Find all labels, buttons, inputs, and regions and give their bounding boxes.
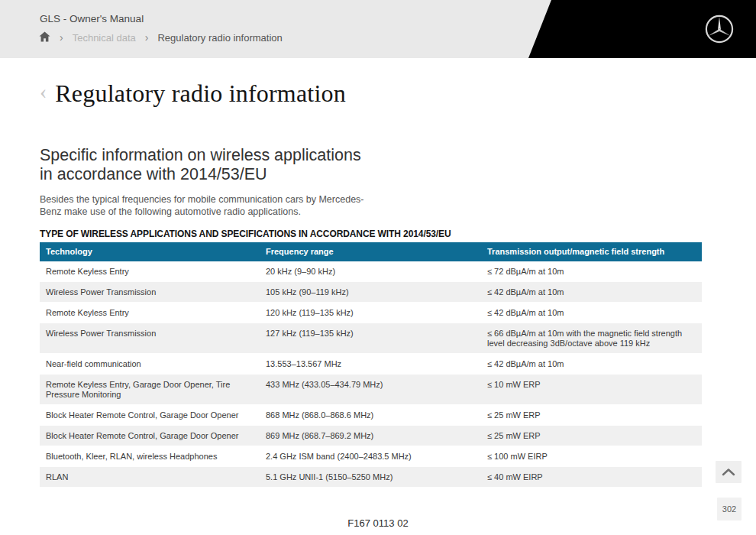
cell-frequency-range: 127 kHz (119–135 kHz) [260,323,481,354]
cell-frequency-range: 868 MHz (868.0–868.6 MHz) [260,405,481,426]
table-row: Block Heater Remote Control, Garage Door… [40,426,702,446]
cell-technology: Wireless Power Transmission [40,323,260,354]
top-header-band: GLS - Owner's Manual › Technical data › … [0,0,756,58]
cell-frequency-range: 2.4 GHz ISM band (2400–2483.5 MHz) [260,446,481,467]
table-row: Wireless Power Transmission 105 kHz (90–… [40,282,702,303]
cell-technology: Block Heater Remote Control, Garage Door… [40,426,260,446]
section-heading: Specific information on wireless applica… [40,146,361,183]
intro-line: Benz make use of the following automotiv… [40,206,364,218]
scroll-to-top-button[interactable] [716,461,741,483]
cell-technology: Bluetooth, Kleer, RLAN, wireless Headpho… [40,446,260,467]
page-title-row: ‹ Regulatory radio information [40,77,346,109]
table-row: Block Heater Remote Control, Garage Door… [40,405,702,426]
cell-transmission-output: ≤ 66 dBµA/m at 10m with the magnetic fie… [481,323,702,354]
wireless-spec-table: Technology Frequency range Transmission … [40,242,702,488]
home-icon[interactable] [39,31,50,42]
cell-frequency-range: 105 kHz (90–119 kHz) [260,282,481,303]
cell-frequency-range: 869 MHz (868.7–869.2 MHz) [260,426,481,446]
cell-transmission-output: ≤ 42 dBµA/m at 10m [481,354,702,374]
table-header-row: Technology Frequency range Transmission … [40,242,702,261]
figure-code: F167 0113 02 [0,517,756,529]
cell-technology: Block Heater Remote Control, Garage Door… [40,405,260,426]
chevron-right-icon: › [145,32,149,43]
cell-transmission-output: ≤ 10 mW ERP [481,374,702,405]
table-row: RLAN 5.1 GHz UNII-1 (5150–5250 MHz) ≤ 40… [40,467,702,488]
cell-transmission-output: ≤ 42 dBµA/m at 10m [481,282,702,303]
breadcrumb-item-current: Regulatory radio information [157,32,282,44]
table-row: Wireless Power Transmission 127 kHz (119… [40,323,702,354]
cell-transmission-output: ≤ 25 mW ERP [481,426,702,446]
cell-transmission-output: ≤ 100 mW EIRP [481,446,702,467]
cell-frequency-range: 433 MHz (433.05–434.79 MHz) [260,374,481,405]
column-header-technology: Technology [40,242,260,261]
table-row: Remote Keyless Entry 120 kHz (119–135 kH… [40,303,702,323]
chevron-right-icon: › [60,32,63,43]
intro-line: Besides the typical frequencies for mobi… [40,193,364,206]
cell-transmission-output: ≤ 42 dBµA/m at 10m [481,303,702,323]
section-heading-line: in accordance with 2014/53/EU [40,165,361,184]
column-header-frequency-range: Frequency range [260,242,481,261]
cell-technology: Remote Keyless Entry [40,303,260,323]
chevron-up-icon [722,468,735,476]
page-title: Regulatory radio information [55,79,346,108]
intro-paragraph: Besides the typical frequencies for mobi… [40,193,364,218]
table-row: Remote Keyless Entry 20 kHz (9–90 kHz) ≤… [40,261,702,282]
back-chevron-icon[interactable]: ‹ [40,81,47,102]
cell-technology: Remote Keyless Entry, Garage Door Opener… [40,374,260,405]
app-title: GLS - Owner's Manual [40,13,144,24]
mercedes-star-icon [704,14,735,44]
cell-frequency-range: 120 kHz (119–135 kHz) [260,303,481,323]
cell-frequency-range: 20 kHz (9–90 kHz) [260,261,481,282]
cell-transmission-output: ≤ 25 mW ERP [481,405,702,426]
cell-frequency-range: 5.1 GHz UNII-1 (5150–5250 MHz) [260,467,481,488]
table-row: Bluetooth, Kleer, RLAN, wireless Headpho… [40,446,702,467]
cell-frequency-range: 13.553–13.567 MHz [260,354,481,374]
cell-technology: Remote Keyless Entry [40,261,260,282]
cell-technology: Wireless Power Transmission [40,282,260,303]
breadcrumb: › Technical data › Regulatory radio info… [39,31,283,44]
table-row: Near-field communication 13.553–13.567 M… [40,354,702,374]
column-header-transmission-output: Transmission output/magnetic field stren… [481,242,702,261]
cell-technology: RLAN [40,467,260,488]
breadcrumb-item-technical-data[interactable]: Technical data [73,32,136,44]
cell-transmission-output: ≤ 40 mW EIRP [481,467,702,488]
section-heading-line: Specific information on wireless applica… [40,146,361,165]
table-caption: TYPE OF WIRELESS APPLICATIONS AND SPECIF… [40,229,451,239]
table-row: Remote Keyless Entry, Garage Door Opener… [40,374,702,405]
cell-technology: Near-field communication [40,354,260,374]
page-number-button[interactable]: 302 [717,498,741,520]
cell-transmission-output: ≤ 72 dBµA/m at 10m [481,261,702,282]
